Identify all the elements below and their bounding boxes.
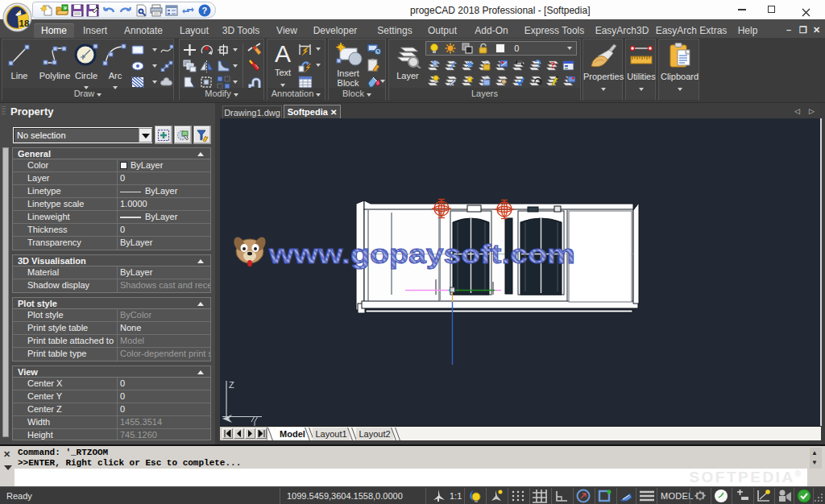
svg-text:?: ? (202, 6, 208, 15)
svg-text:Z: Z (229, 380, 234, 390)
svg-text:www.gopaysoft.com: www.gopaysoft.com (268, 239, 575, 269)
svg-text:?: ? (550, 59, 556, 71)
svg-text:18: 18 (19, 19, 30, 28)
